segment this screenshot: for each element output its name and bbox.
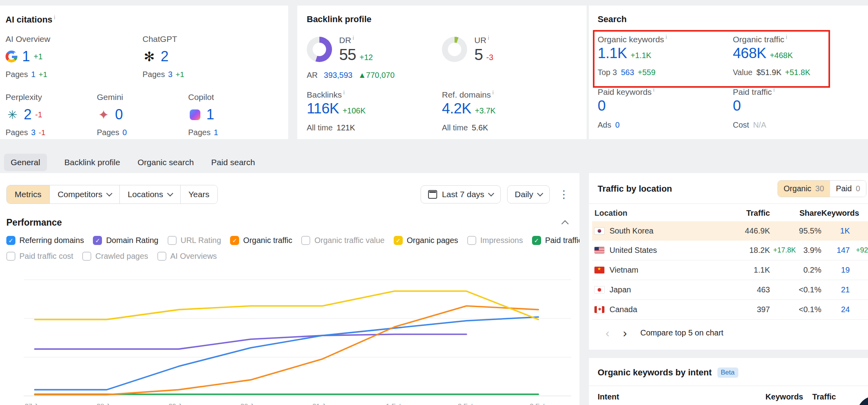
- ref-domains-block: Ref. domains 4.2K+3.7K All time5.6K: [442, 89, 577, 132]
- keywords-link[interactable]: 147: [821, 246, 850, 255]
- ai-pages-count[interactable]: 1: [214, 128, 218, 137]
- ai-citations-count[interactable]: 2: [24, 106, 32, 123]
- checkbox-icon[interactable]: ✓: [532, 236, 541, 245]
- ai-citations-count[interactable]: 1: [22, 48, 30, 65]
- toggle-organic[interactable]: Organic30: [778, 181, 830, 197]
- ai-pages-count[interactable]: 3: [31, 128, 36, 137]
- metric-checkbox-referring-domains[interactable]: ✓ Referring domains: [6, 236, 84, 245]
- filter-years[interactable]: Years: [181, 185, 217, 203]
- share-value: 0.2%: [790, 266, 821, 275]
- granularity-button[interactable]: Daily: [507, 185, 550, 203]
- metric-label: Crawled pages: [95, 252, 148, 261]
- checkbox-icon[interactable]: ✓: [6, 236, 15, 245]
- filter-competitors[interactable]: Competitors: [50, 185, 120, 203]
- info-icon[interactable]: [492, 89, 494, 96]
- backlinks-value[interactable]: 116K: [307, 100, 339, 117]
- metric-checkbox-paid-traffic-cost[interactable]: Paid traffic cost: [6, 252, 73, 261]
- keywords-link[interactable]: 21: [821, 285, 850, 294]
- checkbox-icon[interactable]: [467, 236, 476, 245]
- ahrefs-rank-value[interactable]: 393,593: [324, 71, 352, 79]
- ai-citations-row-2: Perplexity ✳2-1 Pages3-1 Gemini ✦0 Pages…: [6, 92, 279, 137]
- location-name: United States: [609, 246, 657, 255]
- tab-organic-search[interactable]: Organic search: [138, 154, 194, 171]
- metric-checkbox-paid-traffic[interactable]: ✓ Paid traffic: [532, 236, 579, 245]
- keywords-link[interactable]: 24: [821, 305, 850, 314]
- compare-top5-link[interactable]: Compare top 5 on chart: [640, 328, 723, 337]
- checkbox-icon[interactable]: [82, 252, 91, 261]
- metric-label: Organic traffic value: [314, 236, 385, 245]
- checkbox-icon[interactable]: [168, 236, 177, 245]
- ur-value: 5: [474, 46, 483, 64]
- more-options-icon[interactable]: ⋮: [556, 189, 572, 200]
- copilot-icon: [188, 108, 202, 121]
- metric-checkbox-ai-overviews[interactable]: AI Overviews: [157, 252, 217, 261]
- paid-keywords-block: Paid keywords 0 Ads0: [598, 87, 733, 130]
- location-row-canada[interactable]: Canada 397 <0.1% 24: [592, 300, 868, 320]
- metric-checkbox-organic-traffic[interactable]: ✓ Organic traffic: [230, 236, 292, 245]
- ai-citation-gemini: Gemini ✦0 Pages0: [97, 92, 188, 137]
- prev-page-icon[interactable]: ‹: [606, 329, 609, 337]
- filter-metrics[interactable]: Metrics: [7, 185, 50, 203]
- filter-segments: MetricsCompetitorsLocationsYears: [6, 185, 218, 204]
- dr-donut: [307, 37, 332, 62]
- flag-icon-kr: [594, 228, 604, 234]
- next-page-icon[interactable]: ›: [623, 329, 627, 337]
- checkbox-icon[interactable]: ✓: [230, 236, 239, 245]
- checkbox-icon[interactable]: [157, 252, 166, 261]
- chatgpt-icon: ✻: [143, 50, 156, 63]
- location-row-south-korea[interactable]: South Korea 446.9K 95.5% 1K: [592, 221, 868, 241]
- keywords-link[interactable]: 19: [821, 266, 850, 275]
- checkbox-icon[interactable]: ✓: [394, 236, 403, 245]
- tab-paid-search[interactable]: Paid search: [211, 154, 255, 171]
- collapse-icon[interactable]: [561, 220, 568, 227]
- paid-traffic-value[interactable]: 0: [733, 98, 741, 114]
- ai-pages-row: Pages0: [97, 128, 188, 137]
- tab-backlink-profile[interactable]: Backlink profile: [64, 154, 120, 171]
- info-icon[interactable]: [54, 14, 55, 21]
- ai-citations-count[interactable]: 2: [161, 48, 169, 65]
- chevron-down-icon: [537, 190, 543, 197]
- info-icon[interactable]: [353, 35, 354, 41]
- chevron-down-icon: [488, 190, 494, 197]
- location-row-japan[interactable]: Japan 463 <0.1% 21: [592, 280, 868, 300]
- metric-label: Domain Rating: [106, 236, 158, 245]
- ref-domains-value[interactable]: 4.2K: [442, 100, 471, 117]
- metric-checkbox-crawled-pages[interactable]: Crawled pages: [82, 252, 148, 261]
- metric-label: Organic pages: [407, 236, 458, 245]
- ai-pages-count[interactable]: 0: [123, 128, 127, 137]
- ai-pages-count[interactable]: 3: [168, 70, 172, 79]
- checkbox-icon[interactable]: [6, 252, 15, 261]
- date-range-button[interactable]: Last 7 days: [421, 185, 501, 203]
- info-icon[interactable]: [343, 89, 345, 96]
- checkbox-icon[interactable]: ✓: [93, 236, 102, 245]
- backlink-profile-title: Backlink profile: [307, 14, 577, 24]
- keywords-by-intent-panel: Organic keywords by intent Beta Intent K…: [589, 358, 868, 405]
- metric-checkbox-impressions[interactable]: Impressions: [467, 236, 523, 245]
- metric-checkbox-organic-traffic-value[interactable]: Organic traffic value: [301, 236, 385, 245]
- location-table-header: Location Traffic Share Keywords: [592, 205, 868, 221]
- tab-general[interactable]: General: [4, 154, 47, 171]
- ai-pages-row: Pages3-1: [6, 128, 97, 137]
- share-value: 95.5%: [790, 226, 821, 235]
- location-row-united-states[interactable]: United States 18.2K +17.8K 3.9% 147 +92: [592, 241, 868, 260]
- filter-locations[interactable]: Locations: [120, 185, 181, 203]
- location-row-vietnam[interactable]: Vietnam 1.1K 0.2% 19: [592, 260, 868, 280]
- ai-pages-count[interactable]: 1: [31, 70, 36, 79]
- info-icon[interactable]: [488, 35, 489, 41]
- ai-citations-count[interactable]: 1: [206, 106, 214, 123]
- ur-donut: [442, 37, 467, 62]
- checkbox-icon[interactable]: [301, 236, 310, 245]
- metric-checkbox-organic-pages[interactable]: ✓ Organic pages: [394, 236, 458, 245]
- ai-citations-count[interactable]: 0: [115, 106, 123, 123]
- ur-delta: -3: [486, 53, 493, 62]
- ai-source-label: Gemini: [97, 92, 188, 102]
- location-name: South Korea: [609, 226, 653, 235]
- traffic-delta: +17.8K: [770, 246, 790, 254]
- performance-chart[interactable]: 27 Jan28 Jan29 Jan30 Jan31 Jan1 Feb2 Feb…: [24, 267, 577, 405]
- metric-checkbox-url-rating[interactable]: URL Rating: [168, 236, 221, 245]
- paid-keywords-value[interactable]: 0: [598, 98, 606, 114]
- keywords-link[interactable]: 1K: [821, 226, 850, 235]
- filter-bar: MetricsCompetitorsLocationsYears Last 7 …: [6, 185, 572, 204]
- toggle-paid[interactable]: Paid0: [830, 181, 866, 197]
- metric-checkbox-domain-rating[interactable]: ✓ Domain Rating: [93, 236, 158, 245]
